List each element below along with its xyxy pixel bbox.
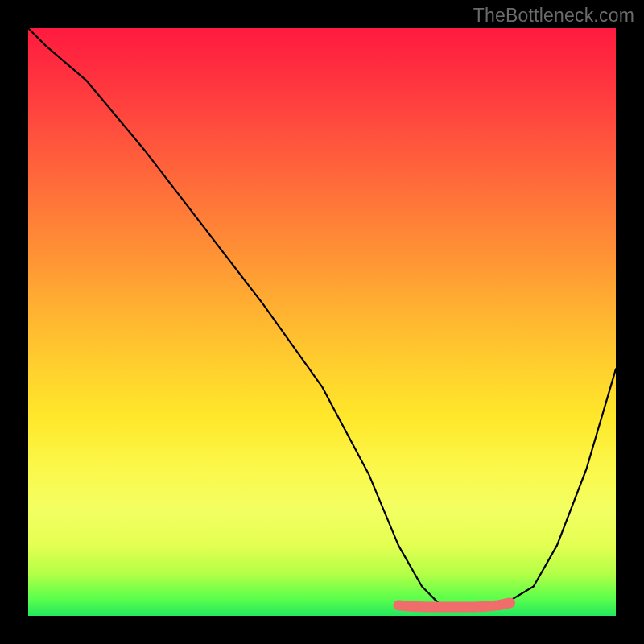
curve-layer	[28, 28, 616, 616]
highlight-band-path	[398, 603, 510, 607]
watermark-text: TheBottleneck.com	[473, 5, 634, 27]
chart-frame: TheBottleneck.com	[0, 0, 644, 644]
main-curve-path	[28, 28, 616, 607]
plot-area	[28, 28, 616, 616]
